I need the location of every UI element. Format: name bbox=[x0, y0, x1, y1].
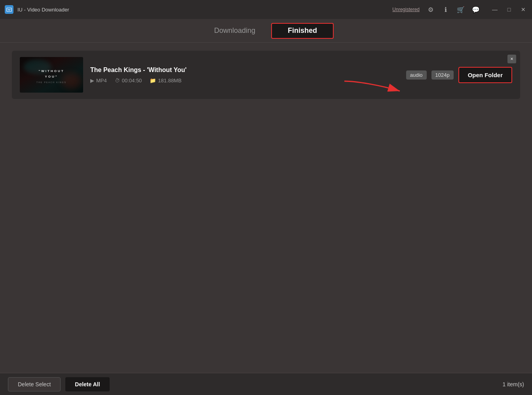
settings-icon[interactable]: ⚙ bbox=[427, 6, 435, 13]
delete-select-button[interactable]: Delete Select bbox=[8, 377, 61, 391]
svg-rect-0 bbox=[7, 8, 11, 11]
open-folder-button[interactable]: Open Folder bbox=[458, 67, 512, 83]
svg-text:THE PEACH KINGS: THE PEACH KINGS bbox=[36, 81, 66, 84]
bottombar: Delete Select Delete All 1 item(s) bbox=[0, 373, 532, 395]
titlebar: IU - Video Downloader Unregistered ⚙ ℹ 🛒… bbox=[0, 0, 532, 19]
minimize-button[interactable]: — bbox=[491, 6, 499, 13]
video-title: The Peach Kings - 'Without You' bbox=[90, 66, 399, 74]
meta-size: 📁 181.88MB bbox=[150, 78, 181, 84]
download-card: "WITHOUT YOU" THE PEACH KINGS The Peach … bbox=[12, 51, 520, 99]
quality-badge: 1024p bbox=[431, 70, 454, 80]
info-icon[interactable]: ℹ bbox=[442, 6, 450, 13]
maximize-button[interactable]: □ bbox=[505, 6, 513, 13]
titlebar-left: IU - Video Downloader bbox=[5, 5, 69, 14]
titlebar-right: Unregistered ⚙ ℹ 🛒 💬 — □ ✕ bbox=[392, 6, 527, 13]
app-icon bbox=[5, 5, 13, 14]
window-controls: — □ ✕ bbox=[491, 6, 527, 13]
chat-icon[interactable]: 💬 bbox=[472, 6, 480, 13]
svg-point-3 bbox=[61, 73, 81, 89]
unregistered-link[interactable]: Unregistered bbox=[392, 7, 420, 12]
close-card-button[interactable]: × bbox=[507, 55, 516, 63]
meta-format: ▶ MP4 bbox=[90, 78, 107, 84]
cart-icon[interactable]: 🛒 bbox=[457, 6, 465, 13]
clock-icon: ⏱ bbox=[115, 78, 120, 84]
app-title: IU - Video Downloader bbox=[17, 7, 69, 13]
folder-icon: 📁 bbox=[150, 78, 156, 84]
audio-badge: audio bbox=[406, 70, 427, 80]
tab-downloading[interactable]: Downloading bbox=[198, 23, 271, 39]
video-meta: ▶ MP4 ⏱ 00:04:50 📁 181.88MB bbox=[90, 78, 399, 84]
card-actions: audio 1024p Open Folder bbox=[406, 67, 512, 83]
item-count: 1 item(s) bbox=[503, 381, 524, 387]
card-info: The Peach Kings - 'Without You' ▶ MP4 ⏱ … bbox=[90, 66, 399, 84]
video-thumbnail: "WITHOUT YOU" THE PEACH KINGS bbox=[20, 57, 83, 93]
tabbar: Downloading Finished bbox=[0, 19, 532, 43]
format-icon: ▶ bbox=[90, 78, 94, 84]
bottom-left: Delete Select Delete All bbox=[8, 377, 110, 391]
svg-text:YOU": YOU" bbox=[45, 75, 58, 78]
main-content: "WITHOUT YOU" THE PEACH KINGS The Peach … bbox=[0, 43, 532, 373]
close-button[interactable]: ✕ bbox=[519, 6, 527, 13]
delete-all-button[interactable]: Delete All bbox=[65, 377, 109, 391]
svg-text:"WITHOUT: "WITHOUT bbox=[38, 69, 64, 73]
tab-finished[interactable]: Finished bbox=[271, 23, 334, 39]
meta-duration: ⏱ 00:04:50 bbox=[115, 78, 142, 84]
